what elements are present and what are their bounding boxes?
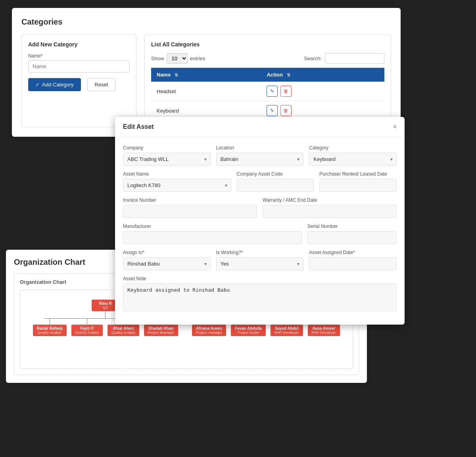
delete-button-keyboard[interactable]: 🗑 <box>280 105 292 116</box>
edit-button-keyboard[interactable]: ✎ <box>267 105 278 116</box>
is-working-field: Is Working?* Yes <box>216 250 304 270</box>
category-select[interactable]: Keyboard <box>309 153 397 166</box>
manufacturer-field: Manufacturer Dell <box>123 224 302 244</box>
warranty-field: Warranty / AMC End Date 2020-10-09 <box>263 197 397 218</box>
entries-label: entries <box>190 55 205 61</box>
manufacturer-label: Manufacturer <box>123 224 302 229</box>
manufacturer-input[interactable]: Dell <box>123 231 302 244</box>
location-select[interactable]: Bahrain <box>216 153 304 166</box>
assign-to-field: Assign to* Rinshad Babu <box>123 250 211 270</box>
warranty-label: Warranty / AMC End Date <box>263 197 397 203</box>
modal-close-button[interactable]: × <box>393 124 397 130</box>
asset-note-field: Asset Note Keyboard assigned to Rinshad … <box>123 276 397 311</box>
purchase-date-field: Purchase/ Rented/ Leased Date 2019-08-12 <box>319 171 397 192</box>
serial-label: Serial Number <box>307 224 397 229</box>
name-label: Name* <box>28 53 130 59</box>
add-category-button[interactable]: ✓ Add Category <box>28 78 81 91</box>
is-working-label: Is Working?* <box>216 250 304 255</box>
assigned-date-input[interactable]: 2022-08-09 <box>309 257 397 270</box>
category-field: Category Keyboard <box>309 145 397 166</box>
assigned-date-field: Asset Assigned Date* 2022-08-09 <box>309 250 397 270</box>
add-category-box: Add New Category Name* ✓ Add Category Re… <box>21 34 136 127</box>
sort-icon-action: ⇅ <box>287 73 290 77</box>
company-select[interactable]: ABC Trading WLL <box>123 153 211 166</box>
reset-button[interactable]: Reset <box>87 78 116 91</box>
modal-title: Edit Asset <box>123 123 154 130</box>
add-category-heading-bold: Category <box>54 41 78 48</box>
asset-code-field: Company Asset Code ABC0011 <box>237 171 314 192</box>
row-name: Headset <box>151 82 261 101</box>
invoice-field: Invoice Number 3585 <box>123 197 257 218</box>
asset-code-input[interactable]: ABC0011 <box>237 179 314 192</box>
assign-to-select[interactable]: Rinshad Babu <box>123 257 211 270</box>
category-label: Category <box>309 145 397 151</box>
asset-code-label: Company Asset Code <box>237 171 314 177</box>
row-actions: ✎ 🗑 <box>261 82 384 101</box>
show-label: Show <box>151 55 164 61</box>
asset-name-label: Asset Name <box>123 171 231 177</box>
name-input[interactable] <box>28 60 130 73</box>
purchase-date-label: Purchase/ Rented/ Leased Date <box>319 171 397 177</box>
list-categories-box: List All Categories Show 10 25 50 entrie… <box>144 34 391 127</box>
company-field: Company ABC Trading WLL <box>123 145 211 166</box>
location-label: Location <box>216 145 304 151</box>
modal-body: Company ABC Trading WLL Location Bahrain… <box>115 137 405 325</box>
asset-note-textarea[interactable]: Keyboard assigned to Rinshad Babu <box>123 283 397 311</box>
org-node-razak: Razak Rafeeq Quality Analyst <box>33 318 67 336</box>
assigned-date-label: Asset Assigned Date* <box>309 250 397 255</box>
col-name: Name ⇅ <box>151 68 261 82</box>
col-action: Action ⇅ <box>261 68 384 82</box>
invoice-label: Invoice Number <box>123 197 257 203</box>
categories-table: Name ⇅ Action ⇅ Headset ✎ <box>151 68 384 120</box>
table-row: Headset ✎ 🗑 <box>151 82 384 101</box>
edit-button-headset[interactable]: ✎ <box>267 86 278 97</box>
asset-name-field: Asset Name Logitech K780 <box>123 171 231 192</box>
categories-title: Categories <box>21 17 391 27</box>
delete-button-headset[interactable]: 🗑 <box>280 86 292 97</box>
org-node-fayiz: Fayiz F Quality Analyst <box>71 318 103 336</box>
list-categories-heading: List All Categories <box>151 41 384 48</box>
search-input[interactable] <box>325 53 384 64</box>
modal-header: Edit Asset × <box>115 117 405 137</box>
search-label: Search: <box>304 55 322 61</box>
asset-name-select[interactable]: Logitech K780 <box>123 179 231 192</box>
checkbox-icon: ✓ <box>35 82 40 88</box>
add-category-heading: Add New Category <box>28 41 130 48</box>
company-label: Company <box>123 145 211 151</box>
serial-field: Serial Number 6821 <box>307 224 397 244</box>
sort-icon: ⇅ <box>175 73 178 77</box>
v-connector <box>87 318 87 325</box>
is-working-select[interactable]: Yes <box>216 257 304 270</box>
assign-to-label: Assign to* <box>123 250 211 255</box>
location-field: Location Bahrain <box>216 145 304 166</box>
edit-asset-modal: Edit Asset × Company ABC Trading WLL Loc… <box>115 117 405 325</box>
connector-v-left <box>105 311 106 318</box>
purchase-date-input[interactable]: 2019-08-12 <box>319 179 397 192</box>
warranty-input[interactable]: 2020-10-09 <box>263 205 397 218</box>
serial-input[interactable]: 6821 <box>307 231 397 244</box>
invoice-input[interactable]: 3585 <box>123 205 257 218</box>
entries-select[interactable]: 10 25 50 <box>167 53 188 64</box>
v-connector <box>50 318 50 325</box>
asset-note-label: Asset Note <box>123 276 397 281</box>
